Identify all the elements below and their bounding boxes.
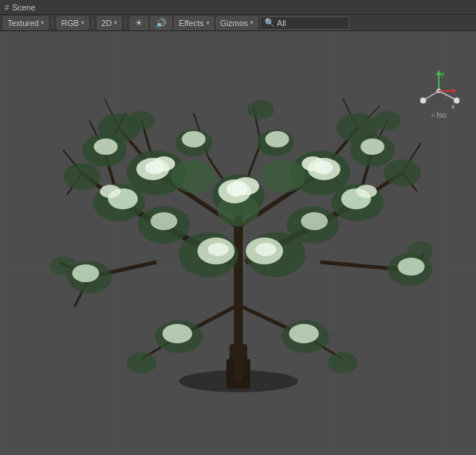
svg-point-88 bbox=[289, 324, 319, 343]
svg-point-99 bbox=[256, 243, 276, 256]
toolbar: Textured ▾ RGB ▾ 2D ▾ ☀ 🔊 Effects ▾ Gizm… bbox=[0, 15, 476, 31]
svg-point-86 bbox=[398, 258, 425, 276]
shading-label: Textured bbox=[7, 19, 39, 28]
scene-icon: # bbox=[4, 3, 9, 12]
svg-point-90 bbox=[265, 131, 289, 147]
svg-point-87 bbox=[162, 324, 192, 343]
scene-title: Scene bbox=[12, 3, 35, 12]
svg-point-96 bbox=[145, 161, 165, 174]
viewport[interactable]: y x ≡ Iso bbox=[0, 31, 476, 455]
svg-point-82 bbox=[356, 185, 377, 198]
svg-point-89 bbox=[182, 131, 206, 147]
mode-dropdown[interactable]: 2D ▾ bbox=[97, 16, 121, 30]
svg-point-72 bbox=[261, 160, 305, 193]
svg-line-106 bbox=[425, 91, 439, 100]
orientation-gizmo[interactable]: y x ≡ Iso bbox=[416, 69, 461, 128]
gizmos-dropdown[interactable]: Gizmos ▾ bbox=[216, 16, 258, 30]
speaker-icon: 🔊 bbox=[156, 18, 167, 28]
gizmos-label: Gizmos bbox=[220, 19, 248, 28]
channel-label: RGB bbox=[61, 19, 79, 28]
svg-point-93 bbox=[150, 212, 177, 230]
svg-point-53 bbox=[384, 159, 421, 186]
effects-label: Effects bbox=[179, 19, 203, 28]
svg-point-80 bbox=[100, 185, 121, 198]
gizmo-svg: y x bbox=[419, 69, 460, 109]
search-icon: 🔍 bbox=[264, 18, 275, 28]
separator-1 bbox=[52, 18, 53, 28]
title-bar: # Scene bbox=[0, 0, 476, 15]
svg-point-97 bbox=[314, 161, 333, 174]
svg-point-85 bbox=[72, 264, 99, 282]
gizmos-dropdown-arrow: ▾ bbox=[250, 19, 253, 26]
search-text: All bbox=[277, 19, 286, 28]
mode-label: 2D bbox=[101, 19, 112, 28]
svg-point-63 bbox=[128, 111, 155, 130]
svg-point-107 bbox=[420, 98, 426, 104]
svg-point-95 bbox=[226, 182, 247, 197]
separator-2 bbox=[92, 18, 93, 28]
effects-dropdown[interactable]: Effects ▾ bbox=[174, 16, 213, 30]
svg-point-54 bbox=[63, 163, 101, 190]
svg-point-69 bbox=[127, 352, 156, 373]
svg-point-91 bbox=[94, 139, 118, 155]
shading-dropdown[interactable]: Textured ▾ bbox=[3, 16, 48, 30]
svg-text:y: y bbox=[441, 70, 445, 77]
svg-point-98 bbox=[208, 243, 229, 256]
sun-icon: ☀ bbox=[135, 18, 143, 28]
iso-label: Iso bbox=[437, 111, 446, 119]
search-box[interactable]: 🔍 All bbox=[260, 16, 349, 30]
separator-3 bbox=[125, 18, 126, 28]
tree bbox=[45, 54, 432, 441]
svg-point-50 bbox=[337, 113, 378, 143]
svg-point-64 bbox=[247, 100, 274, 119]
speaker-button[interactable]: 🔊 bbox=[150, 16, 172, 30]
mode-dropdown-arrow: ▾ bbox=[114, 19, 117, 26]
channel-dropdown-arrow: ▾ bbox=[81, 19, 84, 26]
svg-marker-110 bbox=[452, 89, 457, 93]
svg-point-65 bbox=[374, 111, 401, 130]
shading-dropdown-arrow: ▾ bbox=[41, 19, 44, 26]
svg-point-68 bbox=[328, 352, 358, 373]
svg-point-94 bbox=[301, 212, 328, 230]
svg-point-71 bbox=[171, 160, 216, 193]
sun-button[interactable]: ☀ bbox=[130, 16, 148, 30]
channel-dropdown[interactable]: RGB ▾ bbox=[57, 16, 89, 30]
svg-point-92 bbox=[361, 139, 384, 155]
effects-dropdown-arrow: ▾ bbox=[206, 19, 209, 26]
svg-text:x: x bbox=[451, 103, 455, 109]
